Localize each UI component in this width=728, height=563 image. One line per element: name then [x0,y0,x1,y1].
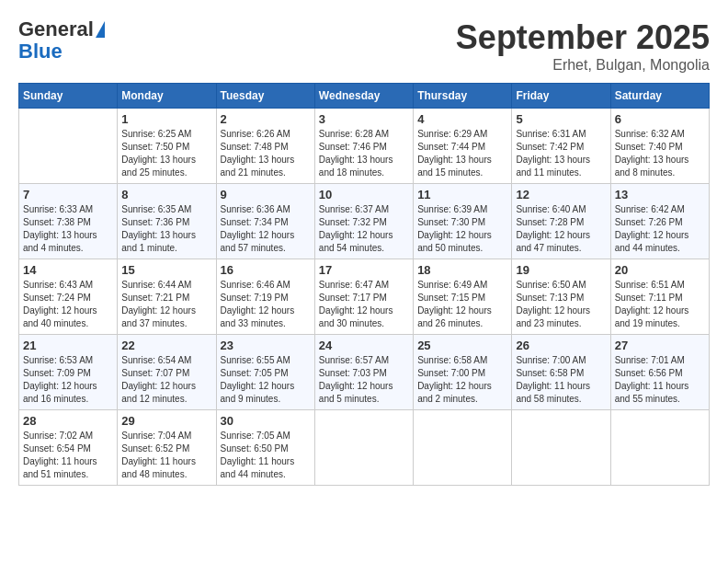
day-info: Sunrise: 6:39 AM Sunset: 7:30 PM Dayligh… [417,203,507,255]
calendar-cell [512,410,610,486]
calendar-cell: 27Sunrise: 7:01 AM Sunset: 6:56 PM Dayli… [610,335,709,410]
calendar-cell: 11Sunrise: 6:39 AM Sunset: 7:30 PM Dayli… [414,184,512,259]
calendar-cell: 29Sunrise: 7:04 AM Sunset: 6:52 PM Dayli… [118,410,216,486]
calendar-cell: 28Sunrise: 7:02 AM Sunset: 6:54 PM Dayli… [19,410,118,486]
calendar-cell: 21Sunrise: 6:53 AM Sunset: 7:09 PM Dayli… [19,335,118,410]
calendar-cell: 22Sunrise: 6:54 AM Sunset: 7:07 PM Dayli… [118,335,216,410]
day-info: Sunrise: 6:29 AM Sunset: 7:44 PM Dayligh… [417,128,507,179]
calendar-cell: 7Sunrise: 6:33 AM Sunset: 7:38 PM Daylig… [19,184,118,259]
day-info: Sunrise: 6:37 AM Sunset: 7:32 PM Dayligh… [319,203,409,255]
day-info: Sunrise: 6:49 AM Sunset: 7:15 PM Dayligh… [417,279,507,330]
week-row-2: 14Sunrise: 6:43 AM Sunset: 7:24 PM Dayli… [19,259,710,335]
day-info: Sunrise: 6:58 AM Sunset: 7:00 PM Dayligh… [417,354,507,406]
day-number: 16 [221,263,311,277]
day-number: 15 [121,263,211,277]
day-number: 24 [319,339,409,352]
day-number: 5 [516,112,606,126]
calendar-cell: 23Sunrise: 6:55 AM Sunset: 7:05 PM Dayli… [216,335,314,410]
calendar-cell: 15Sunrise: 6:44 AM Sunset: 7:21 PM Dayli… [118,259,216,335]
logo-blue: Blue [18,40,63,63]
day-info: Sunrise: 7:04 AM Sunset: 6:52 PM Dayligh… [121,430,211,481]
day-info: Sunrise: 6:33 AM Sunset: 7:38 PM Dayligh… [23,203,113,255]
day-number: 22 [121,339,211,352]
day-number: 18 [417,263,507,277]
day-number: 1 [121,112,211,126]
calendar-cell: 8Sunrise: 6:35 AM Sunset: 7:36 PM Daylig… [118,184,216,259]
calendar-cell: 3Sunrise: 6:28 AM Sunset: 7:46 PM Daylig… [314,109,413,184]
day-info: Sunrise: 7:00 AM Sunset: 6:58 PM Dayligh… [516,354,606,406]
day-number: 27 [615,339,705,352]
day-number: 20 [615,263,705,277]
day-number: 9 [221,188,311,201]
day-number: 28 [23,414,113,428]
calendar-cell: 4Sunrise: 6:29 AM Sunset: 7:44 PM Daylig… [414,109,512,184]
day-info: Sunrise: 6:31 AM Sunset: 7:42 PM Dayligh… [516,128,606,179]
day-info: Sunrise: 6:43 AM Sunset: 7:24 PM Dayligh… [23,279,113,330]
day-info: Sunrise: 6:46 AM Sunset: 7:19 PM Dayligh… [221,279,311,330]
day-info: Sunrise: 6:25 AM Sunset: 7:50 PM Dayligh… [121,128,211,179]
day-info: Sunrise: 7:02 AM Sunset: 6:54 PM Dayligh… [23,430,113,481]
day-info: Sunrise: 6:50 AM Sunset: 7:13 PM Dayligh… [516,279,606,330]
calendar-cell: 1Sunrise: 6:25 AM Sunset: 7:50 PM Daylig… [118,109,216,184]
calendar-cell: 26Sunrise: 7:00 AM Sunset: 6:58 PM Dayli… [512,335,610,410]
day-info: Sunrise: 6:55 AM Sunset: 7:05 PM Dayligh… [221,354,311,406]
header-monday: Monday [118,84,216,109]
calendar-cell: 20Sunrise: 6:51 AM Sunset: 7:11 PM Dayli… [610,259,709,335]
day-number: 23 [221,339,311,352]
day-info: Sunrise: 6:26 AM Sunset: 7:48 PM Dayligh… [221,128,311,179]
calendar-cell: 12Sunrise: 6:40 AM Sunset: 7:28 PM Dayli… [512,184,610,259]
calendar-cell [610,410,709,486]
month-title: September 2025 [456,18,710,57]
day-info: Sunrise: 6:36 AM Sunset: 7:34 PM Dayligh… [221,203,311,255]
day-info: Sunrise: 6:35 AM Sunset: 7:36 PM Dayligh… [121,203,211,255]
day-info: Sunrise: 7:05 AM Sunset: 6:50 PM Dayligh… [221,430,311,481]
calendar-cell [414,410,512,486]
day-number: 26 [516,339,606,352]
week-row-3: 21Sunrise: 6:53 AM Sunset: 7:09 PM Dayli… [19,335,710,410]
calendar-cell: 13Sunrise: 6:42 AM Sunset: 7:26 PM Dayli… [610,184,709,259]
day-info: Sunrise: 6:54 AM Sunset: 7:07 PM Dayligh… [121,354,211,406]
day-number: 10 [319,188,409,201]
calendar-cell: 2Sunrise: 6:26 AM Sunset: 7:48 PM Daylig… [216,109,314,184]
day-number: 21 [23,339,113,352]
day-info: Sunrise: 6:53 AM Sunset: 7:09 PM Dayligh… [23,354,113,406]
calendar-cell: 5Sunrise: 6:31 AM Sunset: 7:42 PM Daylig… [512,109,610,184]
header-sunday: Sunday [19,84,118,109]
day-number: 11 [417,188,507,201]
day-number: 8 [121,188,211,201]
day-info: Sunrise: 6:42 AM Sunset: 7:26 PM Dayligh… [615,203,705,255]
day-info: Sunrise: 6:40 AM Sunset: 7:28 PM Dayligh… [516,203,606,255]
header-tuesday: Tuesday [216,84,314,109]
header-wednesday: Wednesday [314,84,413,109]
day-info: Sunrise: 6:28 AM Sunset: 7:46 PM Dayligh… [319,128,409,179]
day-info: Sunrise: 6:47 AM Sunset: 7:17 PM Dayligh… [319,279,409,330]
calendar-cell: 19Sunrise: 6:50 AM Sunset: 7:13 PM Dayli… [512,259,610,335]
day-number: 14 [23,263,113,277]
calendar-cell: 16Sunrise: 6:46 AM Sunset: 7:19 PM Dayli… [216,259,314,335]
calendar-cell: 18Sunrise: 6:49 AM Sunset: 7:15 PM Dayli… [414,259,512,335]
day-number: 12 [516,188,606,201]
calendar-cell: 30Sunrise: 7:05 AM Sunset: 6:50 PM Dayli… [216,410,314,486]
page-header: General Blue September 2025 Erhet, Bulga… [18,18,710,74]
week-row-1: 7Sunrise: 6:33 AM Sunset: 7:38 PM Daylig… [19,184,710,259]
location: Erhet, Bulgan, Mongolia [456,57,710,74]
calendar-cell: 25Sunrise: 6:58 AM Sunset: 7:00 PM Dayli… [414,335,512,410]
day-number: 19 [516,263,606,277]
calendar-cell: 24Sunrise: 6:57 AM Sunset: 7:03 PM Dayli… [314,335,413,410]
calendar-cell: 9Sunrise: 6:36 AM Sunset: 7:34 PM Daylig… [216,184,314,259]
day-number: 6 [615,112,705,126]
logo: General Blue [18,18,105,63]
week-row-4: 28Sunrise: 7:02 AM Sunset: 6:54 PM Dayli… [19,410,710,486]
day-number: 4 [417,112,507,126]
header-thursday: Thursday [414,84,512,109]
day-number: 3 [319,112,409,126]
calendar-cell: 6Sunrise: 6:32 AM Sunset: 7:40 PM Daylig… [610,109,709,184]
header-saturday: Saturday [610,84,709,109]
day-number: 7 [23,188,113,201]
calendar-table: SundayMondayTuesdayWednesdayThursdayFrid… [18,83,710,486]
header-row: SundayMondayTuesdayWednesdayThursdayFrid… [19,84,710,109]
day-number: 13 [615,188,705,201]
day-info: Sunrise: 7:01 AM Sunset: 6:56 PM Dayligh… [615,354,705,406]
header-friday: Friday [512,84,610,109]
day-info: Sunrise: 6:32 AM Sunset: 7:40 PM Dayligh… [615,128,705,179]
